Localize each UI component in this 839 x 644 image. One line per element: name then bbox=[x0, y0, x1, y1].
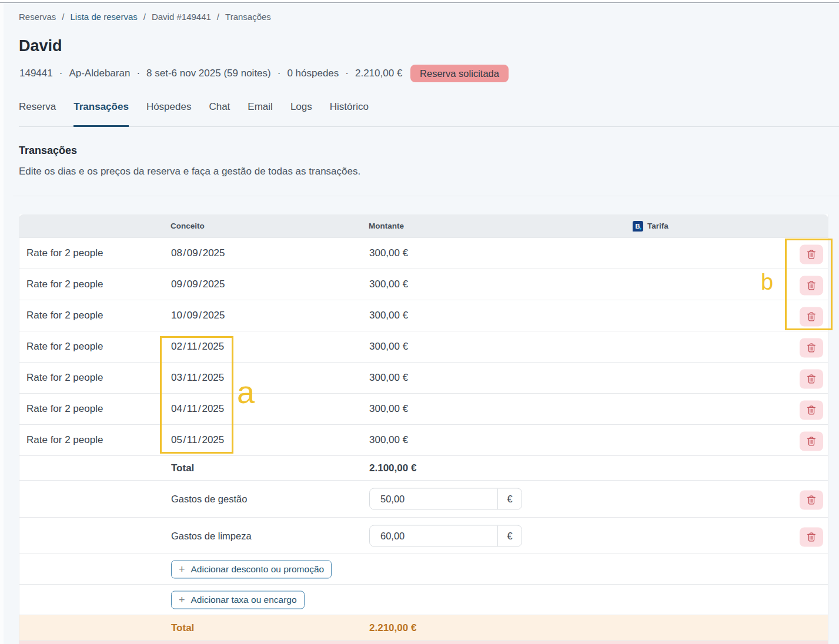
svg-text:B: B bbox=[636, 223, 640, 230]
